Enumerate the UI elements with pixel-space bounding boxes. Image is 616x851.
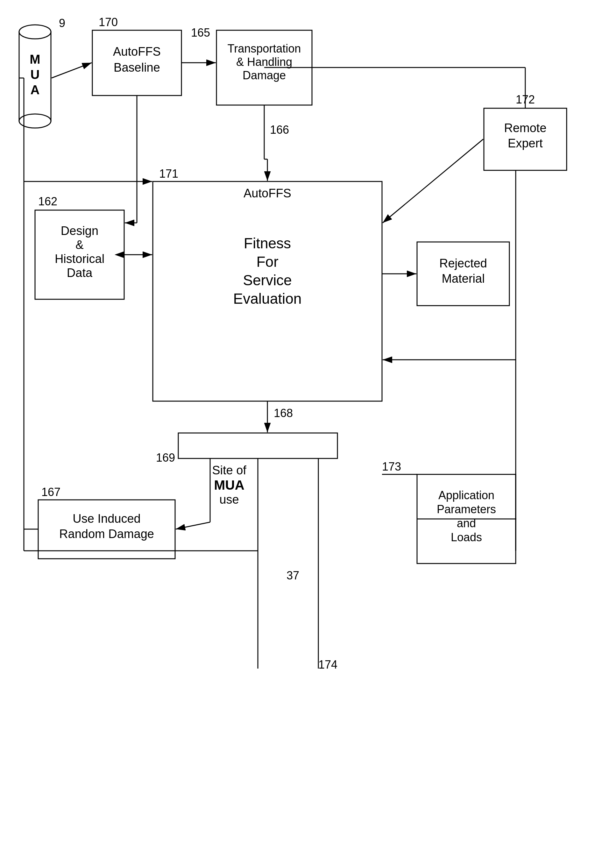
rejected-material-box: Rejected Material — [417, 242, 509, 306]
design-historical-box: Design & Historical Data — [35, 210, 124, 299]
label-165: 165 — [191, 26, 210, 39]
label-168: 168 — [274, 407, 293, 419]
mua-label-a: A — [30, 83, 40, 97]
fitness-label4: Evaluation — [233, 290, 302, 307]
fitness-label1: Fitness — [244, 235, 291, 251]
svg-point-4 — [19, 25, 51, 39]
app-params-label2: Parameters — [437, 503, 496, 516]
autoffs-baseline-box: AutoFFS Baseline — [92, 30, 182, 96]
remote-expert-label1: Remote — [504, 121, 546, 135]
site-label1: Site of — [212, 463, 246, 477]
use-induced-box: Use Induced Random Damage — [38, 500, 175, 559]
label-37: 37 — [287, 569, 299, 582]
arrow-site-to-use-induced — [176, 522, 210, 529]
site-mua-box — [178, 433, 337, 459]
design-label1: Design — [61, 224, 98, 238]
rejected-label2: Material — [442, 272, 485, 285]
autoffs-baseline-label2: Baseline — [114, 61, 160, 74]
design-label2: & — [75, 238, 83, 251]
design-label3: Historical — [55, 252, 104, 266]
label-171: 171 — [159, 167, 178, 180]
mua-label-u: U — [30, 68, 40, 81]
site-label2-bold: MUA — [214, 478, 245, 493]
autoffs-baseline-label1: AutoFFS — [113, 45, 161, 58]
transport-label1: Transportation — [228, 42, 301, 55]
app-params-label1: Application — [438, 489, 494, 502]
autoffs-main-box: AutoFFS Fitness For Service Evaluation — [153, 182, 382, 401]
mua-label-m: M — [30, 52, 40, 66]
label-170: 170 — [99, 16, 118, 29]
transport-label3: Damage — [243, 69, 286, 82]
label-167: 167 — [41, 486, 60, 499]
app-params-label4: Loads — [451, 531, 482, 544]
remote-expert-box: Remote Expert — [484, 108, 566, 170]
label-174: 174 — [319, 658, 337, 671]
label-173: 173 — [382, 460, 401, 473]
transport-label2: & Handling — [236, 56, 292, 68]
svg-rect-11 — [178, 433, 337, 459]
label-9: 9 — [59, 17, 65, 30]
fitness-label2: For — [257, 253, 279, 270]
autoffs-main-label: AutoFFS — [243, 186, 291, 200]
design-label4: Data — [67, 266, 93, 280]
arrow-mua-to-baseline — [51, 63, 92, 78]
remote-expert-label2: Expert — [508, 137, 543, 150]
use-induced-label2: Random Damage — [59, 527, 154, 541]
arrow-remote-to-main — [383, 139, 483, 223]
site-label3: use — [219, 493, 239, 506]
rejected-label1: Rejected — [439, 257, 487, 270]
fitness-label3: Service — [243, 272, 291, 289]
label-166: 166 — [270, 123, 289, 136]
label-162: 162 — [38, 195, 57, 208]
diagram-container: M U A 9 AutoFFS Baseline 170 Transportat… — [0, 0, 616, 851]
label-169: 169 — [156, 451, 175, 464]
use-induced-label1: Use Induced — [72, 512, 140, 525]
